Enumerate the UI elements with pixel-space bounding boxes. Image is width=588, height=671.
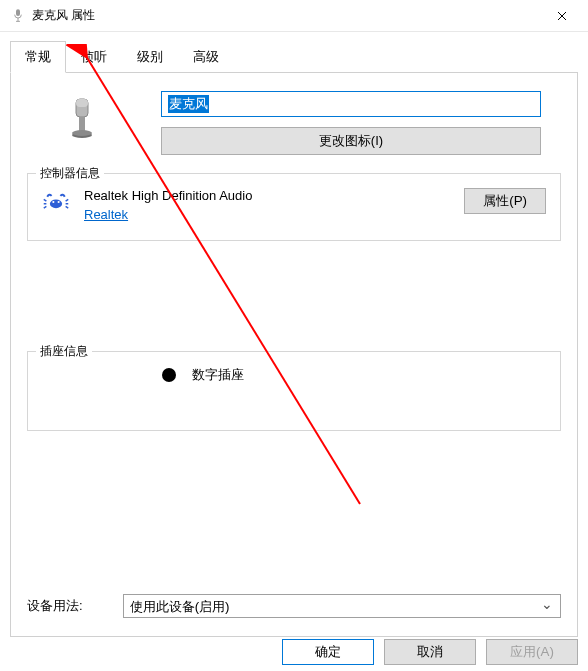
svg-rect-0 — [16, 9, 20, 16]
jack-group-title: 插座信息 — [36, 343, 92, 360]
controller-properties-button[interactable]: 属性(P) — [464, 188, 546, 214]
dialog-buttons: 确定 取消 应用(A) — [282, 639, 578, 665]
microphone-icon — [10, 8, 26, 24]
device-icon — [27, 91, 137, 143]
device-name-input[interactable]: 麦克风 — [161, 91, 541, 117]
controller-info-group: 控制器信息 Realtek High Definition Audio Real… — [27, 173, 561, 241]
tab-listen[interactable]: 侦听 — [66, 41, 122, 73]
tabpage-general: 麦克风 更改图标(I) 控制器信息 Rea — [10, 73, 578, 637]
svg-point-10 — [58, 201, 60, 203]
device-usage-label: 设备用法: — [27, 597, 83, 615]
jack-color-dot — [162, 368, 176, 382]
svg-rect-5 — [79, 117, 85, 131]
window-title: 麦克风 属性 — [32, 7, 540, 24]
tab-general[interactable]: 常规 — [10, 41, 66, 73]
svg-rect-4 — [76, 99, 88, 107]
tab-strip: 常规 侦听 级别 高级 — [10, 40, 578, 73]
tab-levels[interactable]: 级别 — [122, 41, 178, 73]
close-button[interactable] — [540, 1, 584, 31]
realtek-crab-icon — [42, 188, 70, 219]
title-bar: 麦克风 属性 — [0, 0, 588, 32]
tab-advanced[interactable]: 高级 — [178, 41, 234, 73]
jack-label: 数字插座 — [192, 366, 244, 384]
apply-button[interactable]: 应用(A) — [486, 639, 578, 665]
ok-button[interactable]: 确定 — [282, 639, 374, 665]
jack-info-group: 插座信息 数字插座 — [27, 351, 561, 431]
vendor-link[interactable]: Realtek — [84, 207, 252, 222]
svg-point-7 — [72, 130, 92, 136]
device-usage-select[interactable]: 使用此设备(启用) — [123, 594, 561, 618]
svg-point-9 — [52, 201, 54, 203]
change-icon-button[interactable]: 更改图标(I) — [161, 127, 541, 155]
controller-name: Realtek High Definition Audio — [84, 188, 252, 203]
cancel-button[interactable]: 取消 — [384, 639, 476, 665]
svg-point-8 — [50, 199, 62, 208]
controller-group-title: 控制器信息 — [36, 165, 104, 182]
